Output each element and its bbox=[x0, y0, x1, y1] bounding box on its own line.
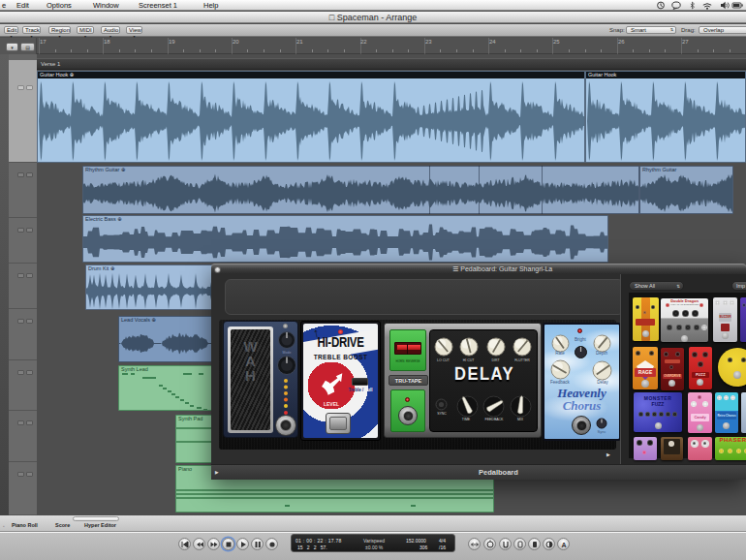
svg-text:A: A bbox=[561, 542, 566, 548]
